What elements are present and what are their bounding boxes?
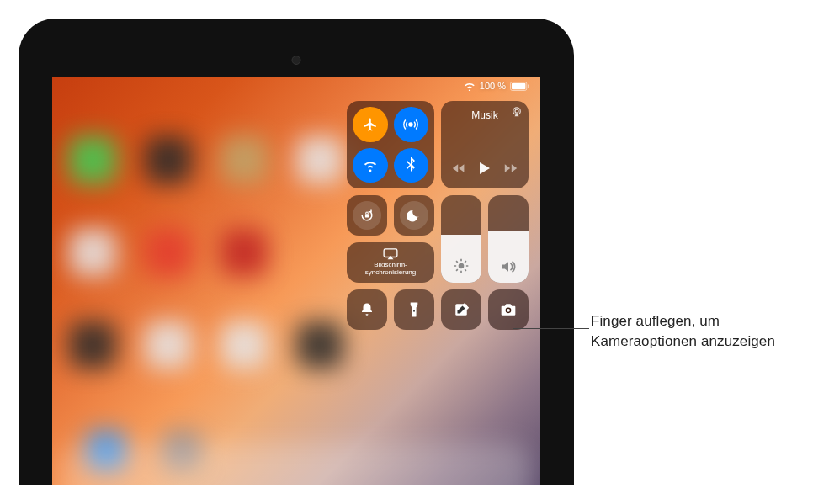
volume-icon [500, 259, 517, 274]
moon-icon [406, 208, 422, 223]
svg-point-7 [459, 263, 465, 269]
callout-text: Finger auflegen, um Kameraoptionen anzuz… [591, 311, 801, 352]
battery-percentage: 100 % [480, 81, 506, 91]
battery-icon [510, 82, 530, 91]
flashlight-button[interactable] [394, 289, 434, 330]
wifi-button[interactable] [353, 148, 388, 183]
airplane-mode-button[interactable] [353, 107, 388, 142]
brightness-icon [453, 257, 470, 274]
ipad-frame: 100 % [19, 19, 574, 485]
now-playing-tile[interactable]: Musik [441, 101, 529, 188]
camera-button[interactable] [488, 289, 529, 330]
screen-mirroring-icon [383, 248, 398, 260]
wifi-icon [464, 82, 476, 91]
status-bar: 100 % [464, 81, 530, 91]
silent-mode-button[interactable] [347, 289, 387, 330]
front-camera-dot [292, 56, 301, 65]
bluetooth-icon [406, 157, 416, 173]
rotation-lock-icon [359, 207, 375, 224]
wifi-icon [362, 158, 379, 172]
rewind-button[interactable] [452, 163, 465, 175]
airdrop-button[interactable] [394, 107, 429, 142]
airplay-icon[interactable] [511, 107, 523, 119]
svg-rect-1 [512, 82, 526, 88]
screen-mirroring-label: Bildschirm- synchronisierung [365, 262, 416, 277]
volume-slider[interactable] [488, 195, 529, 283]
svg-point-3 [409, 123, 412, 126]
flashlight-icon [409, 301, 419, 318]
play-icon [479, 162, 491, 175]
notes-button[interactable] [441, 289, 481, 330]
bluetooth-button[interactable] [394, 148, 429, 183]
note-icon [454, 302, 469, 317]
svg-point-12 [507, 309, 510, 312]
play-button[interactable] [479, 162, 491, 177]
music-source-label: Musik [471, 109, 497, 121]
camera-icon [500, 303, 517, 316]
do-not-disturb-button[interactable] [394, 195, 434, 236]
rewind-icon [452, 163, 465, 173]
connectivity-tile[interactable] [347, 101, 434, 188]
svg-point-5 [515, 109, 518, 113]
svg-rect-2 [528, 84, 529, 88]
callout-leader-line [513, 328, 589, 329]
screen-mirroring-button[interactable]: Bildschirm- synchronisierung [347, 242, 434, 283]
svg-rect-9 [413, 310, 415, 312]
control-center: Musik [347, 101, 532, 330]
airdrop-icon [402, 116, 419, 133]
ipad-screen: 100 % [52, 77, 540, 485]
svg-rect-6 [365, 214, 369, 217]
bell-icon [359, 302, 375, 317]
forward-icon [504, 163, 518, 173]
brightness-slider[interactable] [441, 195, 481, 283]
airplane-icon [363, 117, 378, 132]
rotation-lock-button[interactable] [347, 195, 387, 236]
forward-button[interactable] [504, 163, 518, 175]
